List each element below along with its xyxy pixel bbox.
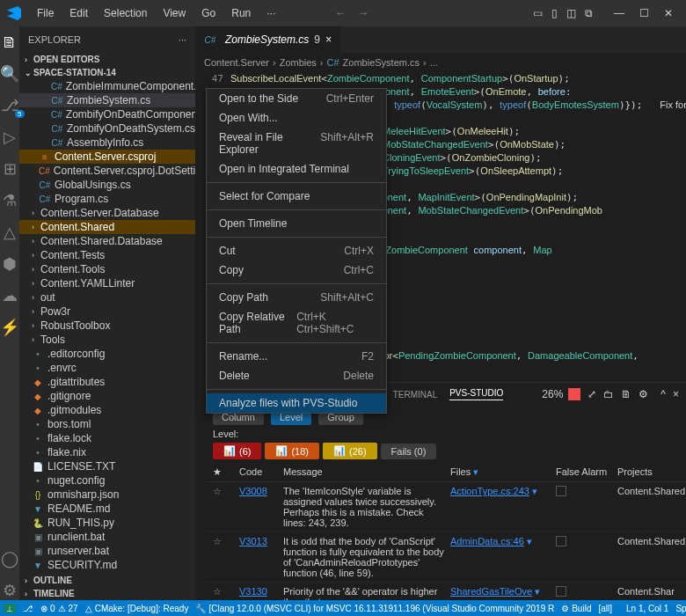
layout-custom-icon[interactable]: ⧉ bbox=[585, 7, 593, 19]
nav-forward-icon[interactable]: → bbox=[358, 7, 369, 19]
status-remote[interactable]: ⟂ bbox=[4, 604, 16, 613]
status-errors[interactable]: ⊗ 0 ⚠ 27 bbox=[40, 604, 78, 613]
file-item[interactable]: •flake.lock bbox=[19, 431, 195, 445]
workspace-section[interactable]: ⌄SPACE-STATION-14 bbox=[19, 66, 195, 79]
menu-edit[interactable]: Edit bbox=[62, 4, 95, 23]
layout-panel-icon[interactable]: ▯ bbox=[551, 7, 558, 19]
file-item[interactable]: C#GlobalUsings.cs bbox=[19, 178, 195, 192]
context-menu-item[interactable]: Open to the SideCtrl+Enter bbox=[207, 89, 386, 108]
panel-expand-icon[interactable]: ⤢ bbox=[587, 388, 596, 400]
false-alarm-checkbox[interactable] bbox=[556, 586, 566, 597]
file-item[interactable]: •.editorconfig bbox=[19, 347, 195, 361]
issue-row[interactable]: ☆ V3008 The 'ItemIconStyle' variable is … bbox=[206, 482, 686, 532]
th-false-alarm[interactable]: False Alarm bbox=[556, 466, 617, 478]
file-item[interactable]: C#ZombifyOnDeathSystem.cs bbox=[19, 121, 195, 136]
false-alarm-checkbox[interactable] bbox=[556, 486, 566, 496]
file-item[interactable]: •bors.toml bbox=[19, 417, 195, 431]
folder-item[interactable]: › Tools bbox=[19, 333, 195, 347]
th-projects[interactable]: Projects bbox=[617, 466, 679, 478]
menu-more[interactable]: ··· bbox=[259, 4, 282, 23]
context-menu-item[interactable]: CutCtrl+X bbox=[207, 241, 386, 260]
menu-run[interactable]: Run bbox=[224, 4, 258, 23]
menu-go[interactable]: Go bbox=[194, 4, 223, 23]
folder-item[interactable]: › RobustToolbox bbox=[19, 319, 195, 333]
file-item[interactable]: ◆.gitmodules bbox=[19, 403, 195, 417]
activity-pvs-icon[interactable]: ☁ bbox=[2, 286, 18, 305]
outline-section[interactable]: ›OUTLINE bbox=[19, 574, 195, 587]
file-item[interactable]: C#AssemblyInfo.cs bbox=[19, 136, 195, 150]
menu-view[interactable]: View bbox=[156, 4, 193, 23]
issue-code-link[interactable]: V3130 bbox=[239, 586, 267, 597]
issue-code-link[interactable]: V3008 bbox=[239, 486, 267, 496]
context-menu-item[interactable]: Reveal in File ExplorerShift+Alt+R bbox=[207, 128, 386, 159]
status-target[interactable]: [all] bbox=[598, 604, 612, 613]
file-item[interactable]: 📄LICENSE.TXT bbox=[19, 459, 195, 473]
level-filter[interactable]: 📊 (6) bbox=[213, 443, 261, 459]
context-menu-item[interactable]: Select for Compare bbox=[207, 187, 386, 206]
activity-account-icon[interactable]: ◯ bbox=[1, 549, 18, 568]
activity-cmake-icon[interactable]: △ bbox=[4, 223, 16, 242]
folder-item[interactable]: › Pow3r bbox=[19, 304, 195, 319]
favorite-star-icon[interactable]: ☆ bbox=[213, 586, 222, 597]
context-menu-item[interactable]: Rename...F2 bbox=[207, 347, 386, 366]
issue-row[interactable]: ☆ V3013 It is odd that the body of 'CanS… bbox=[206, 532, 686, 583]
status-kit[interactable]: 🔧 [Clang 12.0.0 (MSVC CLI) for MSVC 16.1… bbox=[195, 604, 554, 613]
context-menu-item[interactable]: Open With... bbox=[207, 108, 386, 128]
activity-debug-icon[interactable]: ▷ bbox=[4, 128, 16, 147]
context-menu-item[interactable]: DeleteDelete bbox=[207, 366, 386, 385]
context-menu-item[interactable]: Open in Integrated Terminal bbox=[207, 159, 386, 179]
activity-search-icon[interactable]: 🔍 bbox=[0, 64, 19, 84]
panel-tab[interactable]: TERMINAL bbox=[393, 390, 438, 400]
window-minimize[interactable]: — bbox=[609, 3, 630, 24]
activity-container-icon[interactable]: ⬢ bbox=[3, 254, 17, 274]
folder-item[interactable]: › Content.Server.Database bbox=[19, 206, 195, 220]
context-menu-item[interactable]: Copy PathShift+Alt+C bbox=[207, 288, 386, 307]
layout-primary-icon[interactable]: ▭ bbox=[533, 7, 543, 19]
level-filter[interactable]: 📊 (18) bbox=[265, 443, 319, 459]
file-item[interactable]: C#ZombieImmuneComponent.cs bbox=[19, 79, 195, 93]
th-message[interactable]: Message bbox=[283, 466, 450, 478]
folder-item[interactable]: › Content.YAMLLinter bbox=[19, 276, 195, 290]
window-close[interactable]: ✕ bbox=[658, 3, 679, 24]
file-item[interactable]: •.envrc bbox=[19, 361, 195, 375]
th-code[interactable]: Code bbox=[239, 466, 283, 478]
menu-file[interactable]: File bbox=[30, 4, 61, 23]
false-alarm-checkbox[interactable] bbox=[556, 536, 566, 546]
activity-scm-icon[interactable]: ⎇5 bbox=[1, 96, 19, 115]
issue-file-link[interactable]: SharedGasTileOve bbox=[450, 586, 532, 597]
context-menu-item[interactable]: Open Timeline bbox=[207, 214, 386, 233]
panel-tab[interactable]: PVS-STUDIO bbox=[449, 388, 503, 400]
file-item[interactable]: •flake.nix bbox=[19, 445, 195, 459]
activity-remote-icon[interactable]: ⚗ bbox=[3, 191, 17, 210]
status-cmake[interactable]: △ CMake: [Debug]: Ready bbox=[85, 604, 189, 613]
favorite-star-icon[interactable]: ☆ bbox=[213, 486, 222, 496]
folder-item[interactable]: › Content.Shared bbox=[19, 220, 195, 234]
status-lncol[interactable]: Ln 1, Col 1 bbox=[626, 604, 668, 613]
folder-item[interactable]: › Content.Tools bbox=[19, 262, 195, 276]
level-filter[interactable]: 📊 (26) bbox=[323, 443, 377, 459]
panel-folder-icon[interactable]: 🗀 bbox=[603, 388, 614, 400]
folder-item[interactable]: › Content.Shared.Database bbox=[19, 234, 195, 248]
th-favorite[interactable]: ★ bbox=[213, 466, 239, 478]
context-menu-item[interactable]: Analyze files with PVS-Studio bbox=[207, 393, 386, 413]
file-item[interactable]: ◆.gitignore bbox=[19, 389, 195, 403]
file-item[interactable]: C#Program.cs bbox=[19, 192, 195, 206]
file-item[interactable]: ▣runclient.bat bbox=[19, 530, 195, 544]
file-item[interactable]: ▼SECURITY.md bbox=[19, 558, 195, 572]
menu-selection[interactable]: Selection bbox=[97, 4, 154, 23]
file-item[interactable]: {}omnisharp.json bbox=[19, 488, 195, 502]
file-item[interactable]: C#Content.Server.csproj.DotSettings bbox=[19, 164, 195, 178]
issue-file-link[interactable]: AdminData.cs:46 bbox=[450, 536, 524, 546]
timeline-section[interactable]: ›TIMELINE bbox=[19, 587, 195, 600]
file-item[interactable]: 🐍RUN_THIS.py bbox=[19, 516, 195, 530]
panel-save-icon[interactable]: 🗎 bbox=[621, 388, 631, 400]
status-spaces[interactable]: Spaces: 4 bbox=[675, 604, 686, 613]
nav-back-icon[interactable]: ← bbox=[335, 7, 346, 19]
tab-zombiesystem[interactable]: C# ZombieSystem.cs 9 × bbox=[195, 26, 341, 53]
file-item[interactable]: C#ZombieSystem.cs bbox=[19, 93, 195, 107]
explorer-more-icon[interactable]: ··· bbox=[179, 34, 186, 45]
file-item[interactable]: ≡Content.Server.csproj bbox=[19, 150, 195, 164]
file-item[interactable]: •nuget.config bbox=[19, 473, 195, 488]
file-item[interactable]: C#ZombifyOnDeathComponent.cs bbox=[19, 107, 195, 121]
issue-file-link[interactable]: ActionType.cs:243 bbox=[450, 486, 529, 496]
